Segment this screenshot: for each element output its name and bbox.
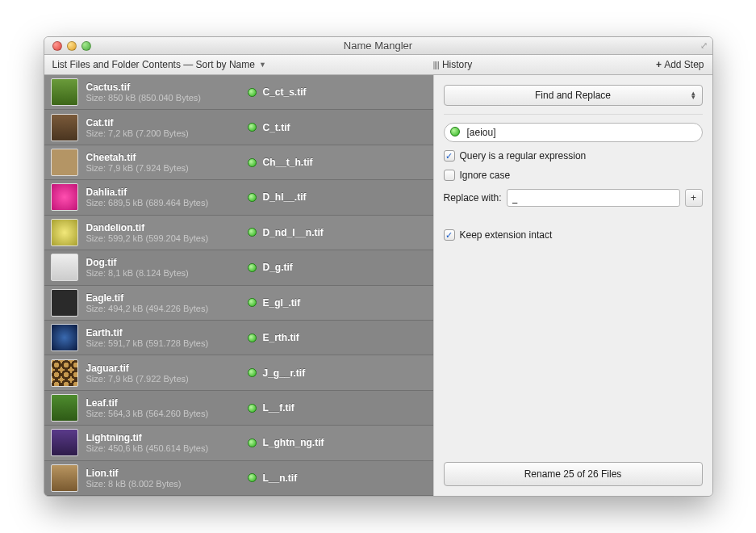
plus-icon: +: [656, 59, 662, 70]
file-name: Lightning.tif: [86, 432, 248, 443]
file-row[interactable]: Lion.tifSize: 8 kB (8.002 Bytes)L__n.tif: [44, 461, 433, 496]
file-new-name: L__n.tif: [263, 472, 298, 484]
search-input[interactable]: [444, 123, 703, 142]
chevron-down-icon: ▼: [259, 61, 266, 69]
replace-input[interactable]: [507, 189, 680, 207]
file-name: Cheetah.tif: [86, 152, 248, 163]
file-thumbnail: [51, 429, 78, 456]
history-label: History: [442, 59, 472, 70]
window-title: Name Mangler: [44, 40, 712, 52]
file-thumbnail: [51, 359, 78, 387]
file-row[interactable]: Dahlia.tifSize: 689,5 kB (689.464 Bytes)…: [44, 180, 433, 215]
file-new-name: L_ghtn_ng.tif: [263, 437, 324, 448]
rename-button[interactable]: Rename 25 of 26 Files: [444, 462, 703, 486]
keep-ext-checkbox-row[interactable]: ✓ Keep extension intact: [444, 229, 703, 241]
status-dot-icon: [248, 473, 257, 482]
history-button[interactable]: |||| History: [433, 59, 473, 70]
file-thumbnail: [51, 324, 78, 351]
file-row[interactable]: Earth.tifSize: 591,7 kB (591.728 Bytes)E…: [44, 321, 433, 355]
operation-dropdown[interactable]: Find and Replace ▴▾: [444, 85, 703, 106]
status-dot-icon: [248, 88, 257, 97]
file-thumbnail: [51, 464, 78, 492]
file-new-name: D_nd_l__n.tif: [263, 227, 324, 238]
file-name: Cat.tif: [86, 117, 248, 128]
file-new-name: E_rth.tif: [263, 332, 299, 343]
history-icon: ||||: [433, 60, 439, 69]
file-thumbnail: [51, 219, 78, 246]
file-row[interactable]: Eagle.tifSize: 494,2 kB (494.226 Bytes)E…: [44, 286, 433, 321]
list-mode-label: List Files and Folder Contents — Sort by…: [52, 59, 255, 70]
file-new-name: C_ct_s.tif: [263, 86, 307, 98]
keep-ext-label: Keep extension intact: [460, 229, 553, 241]
status-dot-icon: [248, 404, 257, 413]
keep-ext-checkbox[interactable]: ✓: [444, 229, 455, 241]
file-row[interactable]: Cactus.tifSize: 850 kB (850.040 Bytes)C_…: [44, 75, 433, 110]
file-size: Size: 564,3 kB (564.260 Bytes): [86, 409, 248, 418]
file-size: Size: 8 kB (8.002 Bytes): [86, 479, 248, 489]
status-dot-icon: [248, 298, 257, 307]
regex-label: Query is a regular expression: [460, 150, 587, 162]
file-name: Eagle.tif: [86, 292, 248, 304]
regex-checkbox-row[interactable]: ✓ Query is a regular expression: [444, 150, 703, 162]
file-row[interactable]: Jaguar.tifSize: 7,9 kB (7.922 Bytes)J_g_…: [44, 355, 433, 390]
file-thumbnail: [51, 254, 78, 281]
file-thumbnail: [51, 394, 78, 422]
resize-icon: ⤢: [700, 40, 708, 51]
file-new-name: Ch__t_h.tif: [263, 157, 313, 168]
file-size: Size: 494,2 kB (494.226 Bytes): [86, 304, 248, 313]
file-name: Dandelion.tif: [86, 222, 248, 233]
file-row[interactable]: Cheetah.tifSize: 7,9 kB (7.924 Bytes)Ch_…: [44, 145, 433, 180]
ignorecase-checkbox[interactable]: [444, 170, 455, 181]
file-new-name: L__f.tif: [263, 402, 294, 413]
status-dot-icon: [248, 158, 257, 167]
file-size: Size: 689,5 kB (689.464 Bytes): [86, 198, 248, 208]
list-mode-menu[interactable]: List Files and Folder Contents — Sort by…: [44, 59, 433, 70]
file-thumbnail: [51, 114, 78, 141]
status-dot-icon: [248, 228, 257, 237]
file-size: Size: 591,7 kB (591.728 Bytes): [86, 338, 248, 348]
add-step-button[interactable]: + Add Step: [656, 59, 704, 70]
file-thumbnail: [51, 149, 78, 176]
file-row[interactable]: Dandelion.tifSize: 599,2 kB (599.204 Byt…: [44, 216, 433, 250]
status-led-icon: [450, 127, 460, 136]
file-list[interactable]: Cactus.tifSize: 850 kB (850.040 Bytes)C_…: [44, 75, 433, 496]
file-row[interactable]: Dog.tifSize: 8,1 kB (8.124 Bytes)D_g.tif: [44, 250, 433, 285]
file-size: Size: 850 kB (850.040 Bytes): [86, 93, 248, 103]
app-window: Name Mangler ⤢ List Files and Folder Con…: [44, 36, 713, 497]
file-size: Size: 7,2 kB (7.200 Bytes): [86, 128, 248, 138]
file-size: Size: 599,2 kB (599.204 Bytes): [86, 233, 248, 243]
file-name: Earth.tif: [86, 327, 248, 338]
file-name: Leaf.tif: [86, 397, 248, 409]
ignorecase-checkbox-row[interactable]: Ignore case: [444, 170, 703, 181]
file-size: Size: 7,9 kB (7.924 Bytes): [86, 163, 248, 173]
toolbar: List Files and Folder Contents — Sort by…: [44, 55, 712, 75]
titlebar: Name Mangler ⤢: [44, 37, 712, 55]
add-step-label: Add Step: [664, 59, 704, 70]
updown-icon: ▴▾: [691, 91, 695, 99]
file-size: Size: 8,1 kB (8.124 Bytes): [86, 268, 248, 278]
file-size: Size: 450,6 kB (450.614 Bytes): [86, 443, 248, 453]
file-size: Size: 7,9 kB (7.922 Bytes): [86, 374, 248, 384]
file-name: Cactus.tif: [86, 82, 248, 93]
status-dot-icon: [248, 439, 257, 447]
file-thumbnail: [51, 289, 78, 317]
file-name: Dahlia.tif: [86, 187, 248, 198]
regex-checkbox[interactable]: ✓: [444, 150, 455, 162]
status-dot-icon: [248, 193, 257, 202]
file-name: Lion.tif: [86, 468, 248, 479]
rename-button-label: Rename 25 of 26 Files: [524, 468, 622, 480]
file-row[interactable]: Cat.tifSize: 7,2 kB (7.200 Bytes)C_t.tif: [44, 110, 433, 145]
ignorecase-label: Ignore case: [460, 170, 511, 181]
file-new-name: C_t.tif: [263, 122, 290, 133]
operation-label: Find and Replace: [535, 90, 611, 101]
file-thumbnail: [51, 183, 78, 211]
file-row[interactable]: Lightning.tifSize: 450,6 kB (450.614 Byt…: [44, 426, 433, 460]
file-new-name: J_g__r.tif: [263, 367, 306, 379]
file-new-name: D_g.tif: [263, 262, 293, 273]
file-new-name: D_hl__.tif: [263, 191, 307, 203]
file-name: Jaguar.tif: [86, 363, 248, 374]
file-thumbnail: [51, 78, 78, 106]
file-name: Dog.tif: [86, 257, 248, 268]
add-replace-button[interactable]: +: [685, 189, 703, 207]
file-row[interactable]: Leaf.tifSize: 564,3 kB (564.260 Bytes)L_…: [44, 391, 433, 426]
